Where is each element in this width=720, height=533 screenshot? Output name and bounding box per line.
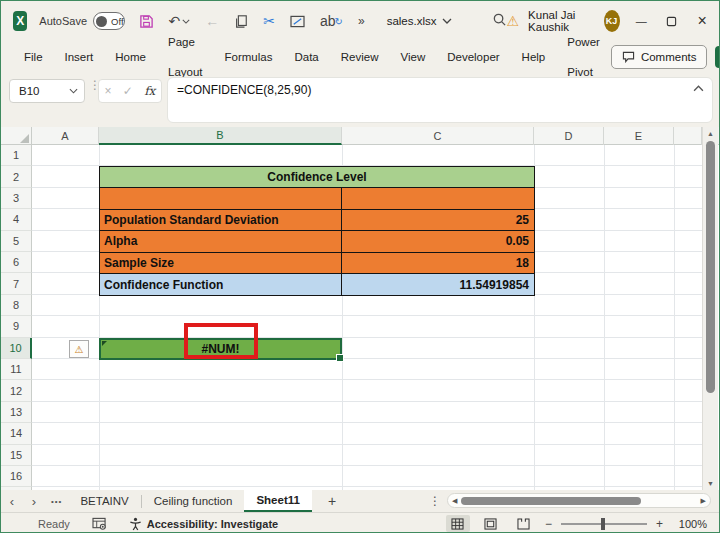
insert-function-button[interactable]: fx: [144, 84, 155, 98]
sheet-nav-left-icon[interactable]: ‹: [1, 494, 23, 509]
select-all-button[interactable]: [1, 127, 32, 145]
row-header-4[interactable]: 4: [1, 209, 32, 230]
tab-help[interactable]: Help: [511, 42, 557, 72]
zoom-in-button[interactable]: +: [656, 517, 663, 531]
table-row[interactable]: Confidence Function 11.54919854: [100, 274, 534, 295]
cancel-icon[interactable]: ×: [105, 84, 112, 98]
macro-record-button[interactable]: [92, 517, 107, 530]
horizontal-scrollbar-thumb[interactable]: [461, 497, 641, 505]
row-header-13[interactable]: 13: [1, 402, 32, 423]
tab-home[interactable]: Home: [104, 42, 157, 72]
confidence-table: Confidence Level Population Standard Dev…: [99, 166, 535, 296]
row-label-cell[interactable]: Confidence Function: [100, 274, 342, 295]
copy-icon[interactable]: [234, 14, 248, 29]
new-sheet-button[interactable]: +: [328, 493, 336, 509]
row-header-16[interactable]: 16: [1, 466, 32, 487]
column-header-partial[interactable]: [674, 127, 702, 145]
cut-icon[interactable]: ✂: [263, 13, 275, 29]
zoom-slider[interactable]: [561, 523, 647, 525]
vertical-scrollbar[interactable]: ▲ ▼: [702, 127, 718, 490]
tab-review[interactable]: Review: [330, 42, 390, 72]
row-label-cell[interactable]: Sample Size: [100, 253, 342, 273]
column-header-a[interactable]: A: [32, 127, 99, 145]
normal-view-button[interactable]: [446, 515, 470, 532]
tab-formulas[interactable]: Formulas: [214, 42, 284, 72]
page-layout-view-button[interactable]: [479, 515, 503, 532]
excel-logo-icon[interactable]: X: [13, 11, 27, 31]
row-value-cell[interactable]: 25: [342, 210, 534, 230]
horizontal-scrollbar[interactable]: ◀ ▶: [447, 493, 711, 508]
column-header-d[interactable]: D: [534, 127, 604, 145]
formula-bar-collapse-icon[interactable]: [693, 85, 704, 92]
row-header-14[interactable]: 14: [1, 423, 32, 444]
name-box[interactable]: B10: [9, 79, 85, 103]
row-header-7[interactable]: 7: [1, 273, 32, 294]
row-header-2[interactable]: 2: [1, 166, 32, 187]
row-header-11[interactable]: 11: [1, 359, 32, 380]
row-label-cell[interactable]: Alpha: [100, 231, 342, 251]
maximize-button[interactable]: [663, 9, 680, 33]
scroll-up-icon[interactable]: ▲: [703, 130, 718, 137]
page-break-view-button[interactable]: [512, 515, 536, 532]
sheet-list-icon[interactable]: •••: [51, 497, 62, 506]
table-row[interactable]: Population Standard Deviation 25: [100, 210, 534, 231]
paste-picture-icon[interactable]: [290, 15, 305, 28]
column-header-c[interactable]: C: [342, 127, 534, 145]
minimize-button[interactable]: —: [633, 9, 650, 33]
row-value-cell[interactable]: 18: [342, 253, 534, 273]
close-button[interactable]: ×: [694, 9, 711, 33]
table-row[interactable]: Sample Size 18: [100, 253, 534, 274]
document-title[interactable]: sales.xlsx: [387, 15, 452, 27]
fill-handle[interactable]: [336, 354, 344, 362]
row-header-5[interactable]: 5: [1, 231, 32, 252]
share-button[interactable]: [715, 46, 720, 68]
zoom-slider-handle[interactable]: [601, 518, 605, 530]
sheetbar-menu-icon[interactable]: ⋮: [429, 494, 441, 508]
zoom-out-button[interactable]: −: [545, 517, 552, 531]
row-header-6[interactable]: 6: [1, 252, 32, 273]
tab-data[interactable]: Data: [283, 42, 329, 72]
search-icon[interactable]: [492, 12, 507, 31]
sheet-tab-sheet11[interactable]: Sheet11: [244, 490, 311, 512]
row-header-15[interactable]: 15: [1, 445, 32, 466]
row-header-3[interactable]: 3: [1, 188, 32, 209]
enter-check-icon[interactable]: ✓: [123, 84, 133, 98]
row-value-cell[interactable]: 11.54919854: [342, 274, 534, 295]
autosave-toggle[interactable]: Off: [93, 12, 125, 30]
comments-button[interactable]: Comments: [611, 45, 708, 69]
sheet-tab-ceiling-function[interactable]: Ceiling function: [142, 490, 245, 512]
vertical-scrollbar-thumb[interactable]: [706, 141, 715, 393]
accessibility-icon[interactable]: [129, 517, 142, 531]
zoom-percentage[interactable]: 100%: [675, 518, 707, 530]
row-label-cell[interactable]: Population Standard Deviation: [100, 210, 342, 230]
scroll-left-icon[interactable]: ◀: [452, 497, 457, 505]
row-value-cell[interactable]: 0.05: [342, 231, 534, 251]
tab-file[interactable]: File: [13, 42, 54, 72]
alert-warning-icon[interactable]: ⚠: [507, 13, 520, 29]
sheet-tab-betainv[interactable]: BETAINV: [68, 490, 140, 512]
formula-input[interactable]: =CONFIDENCE(8,25,90): [167, 77, 713, 123]
row-header-9[interactable]: 9: [1, 316, 32, 337]
scroll-down-icon[interactable]: ▼: [703, 480, 718, 487]
name-box-chevron-icon[interactable]: [69, 88, 78, 94]
row-header-10[interactable]: 10: [1, 338, 32, 359]
table-row[interactable]: Alpha 0.05: [100, 231, 534, 252]
row-header-12[interactable]: 12: [1, 380, 32, 401]
save-icon[interactable]: [139, 14, 154, 29]
column-header-e[interactable]: E: [604, 127, 674, 145]
accessibility-status[interactable]: Accessibility: Investigate: [147, 518, 278, 530]
tab-view[interactable]: View: [389, 42, 436, 72]
scroll-right-icon[interactable]: ▶: [701, 497, 706, 505]
toolbar-overflow-icon[interactable]: »: [358, 14, 365, 28]
tab-insert[interactable]: Insert: [54, 42, 105, 72]
row-header-8[interactable]: 8: [1, 295, 32, 316]
sheet-nav-right-icon[interactable]: ›: [23, 494, 45, 509]
table-spacer-row[interactable]: [100, 188, 534, 209]
spelling-icon[interactable]: ab↻: [320, 13, 343, 29]
column-header-b[interactable]: B: [99, 127, 342, 145]
row-header-1[interactable]: 1: [1, 145, 32, 166]
tab-developer[interactable]: Developer: [436, 42, 510, 72]
error-trace-button[interactable]: ⚠: [69, 340, 89, 358]
chevron-down-icon: [442, 18, 452, 24]
table-title-cell[interactable]: Confidence Level: [100, 167, 534, 188]
